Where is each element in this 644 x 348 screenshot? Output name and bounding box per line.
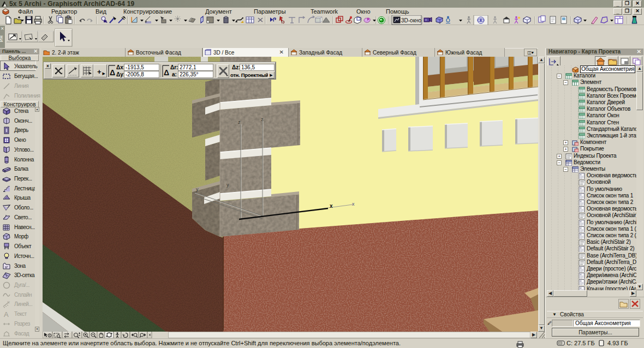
- svg-text:y: y: [196, 187, 199, 192]
- svg-text:z: z: [238, 119, 241, 125]
- svg-text:Δ: Δ: [110, 68, 115, 77]
- svg-text:x: x: [330, 203, 333, 209]
- svg-text:x: x: [352, 201, 355, 207]
- svg-text:z: z: [261, 117, 264, 122]
- svg-text:y: y: [226, 182, 229, 188]
- svg-text:A: A: [4, 310, 9, 319]
- svg-text:3D-окно: 3D-окно: [401, 17, 422, 23]
- svg-text:Δ: Δ: [164, 68, 169, 77]
- svg-text:12: 12: [7, 301, 10, 304]
